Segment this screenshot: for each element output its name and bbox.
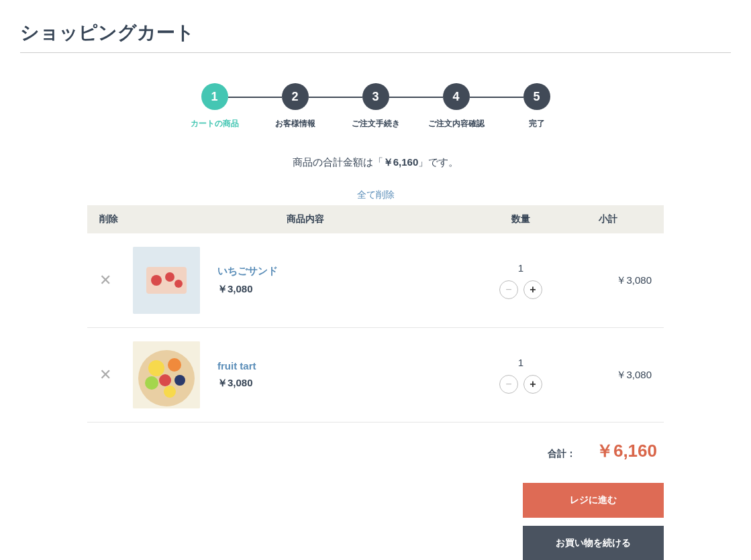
qty-value: 1 — [477, 262, 564, 274]
header-subtotal: 小計 — [564, 213, 652, 225]
product-name-link[interactable]: いちごサンド — [217, 265, 278, 278]
product-info: いちごサンド ￥3,080 — [217, 265, 278, 296]
qty-decrease-button[interactable]: − — [499, 280, 518, 299]
qty-cell: 1 − + — [477, 357, 564, 394]
progress-stepper: 1 カートの商品 2 お客様情報 3 ご注文手続き 4 ご注文内容確認 5 完了 — [20, 83, 731, 129]
step-complete: 5 完了 — [497, 83, 577, 129]
svg-point-11 — [145, 376, 158, 390]
svg-point-2 — [151, 275, 162, 286]
product-name-link[interactable]: fruit tart — [217, 360, 256, 372]
step-connector — [470, 97, 523, 98]
subtotal-value: ￥3,080 — [564, 369, 652, 382]
step-number: 2 — [282, 83, 309, 110]
header-product: 商品内容 — [133, 213, 477, 225]
qty-controls: − + — [477, 280, 564, 299]
delete-cell: ✕ — [99, 366, 133, 384]
step-label: お客様情報 — [275, 118, 315, 129]
header-delete: 削除 — [99, 213, 133, 225]
cart-summary-text: 商品の合計金額は「￥6,160」です。 — [20, 156, 731, 169]
summary-total-price: ￥6,160 — [383, 156, 419, 168]
step-label: カートの商品 — [191, 118, 239, 129]
svg-point-12 — [164, 386, 176, 398]
delete-all-link[interactable]: 全て削除 — [87, 189, 664, 201]
page-title: ショッピングカート — [20, 20, 731, 53]
total-label: 合計： — [548, 448, 576, 460]
svg-point-8 — [168, 358, 181, 372]
svg-point-9 — [159, 374, 171, 386]
action-buttons: レジに進む お買い物を続ける — [87, 483, 664, 560]
product-cell: いちごサンド ￥3,080 — [133, 247, 477, 314]
qty-increase-button[interactable]: + — [523, 375, 542, 394]
delete-item-button[interactable]: ✕ — [99, 272, 111, 288]
checkout-button[interactable]: レジに進む — [523, 483, 664, 518]
qty-controls: − + — [477, 375, 564, 394]
step-confirm: 4 ご注文内容確認 — [416, 83, 497, 129]
product-thumbnail[interactable] — [133, 247, 200, 314]
cart-row: ✕ fruit tart ￥3,080 1 − + ￥3,080 — [87, 328, 664, 423]
step-label: ご注文内容確認 — [428, 118, 485, 129]
qty-value: 1 — [477, 357, 564, 368]
total-row: 合計： ￥6,160 — [87, 423, 664, 483]
cart-table: 全て削除 削除 商品内容 数量 小計 ✕ いちごサンド ￥3,080 1 — [87, 189, 664, 560]
step-customer: 2 お客様情報 — [255, 83, 336, 129]
svg-point-10 — [174, 375, 185, 386]
step-connector — [389, 97, 443, 98]
total-price: ￥6,160 — [596, 439, 657, 463]
product-unit-price: ￥3,080 — [217, 283, 278, 296]
product-cell: fruit tart ￥3,080 — [133, 341, 477, 408]
step-label: ご注文手続き — [352, 118, 400, 129]
header-qty: 数量 — [477, 213, 564, 225]
step-number: 1 — [201, 83, 228, 110]
summary-prefix: 商品の合計金額は「 — [293, 156, 383, 168]
step-connector — [309, 97, 362, 98]
qty-decrease-button[interactable]: − — [499, 375, 518, 394]
delete-cell: ✕ — [99, 272, 133, 289]
step-number: 3 — [362, 83, 389, 110]
svg-point-4 — [174, 280, 183, 288]
svg-point-3 — [165, 272, 174, 282]
step-order: 3 ご注文手続き — [336, 83, 416, 129]
product-unit-price: ￥3,080 — [217, 377, 256, 390]
svg-point-7 — [148, 360, 164, 376]
step-number: 4 — [443, 83, 470, 110]
cart-header-row: 削除 商品内容 数量 小計 — [87, 205, 664, 233]
delete-item-button[interactable]: ✕ — [99, 366, 111, 383]
step-number: 5 — [523, 83, 550, 110]
step-label: 完了 — [529, 118, 545, 129]
subtotal-value: ￥3,080 — [564, 274, 652, 287]
step-cart: 1 カートの商品 — [174, 83, 255, 129]
qty-cell: 1 − + — [477, 262, 564, 299]
product-info: fruit tart ￥3,080 — [217, 360, 256, 390]
summary-suffix: 」です。 — [418, 156, 458, 168]
qty-increase-button[interactable]: + — [523, 280, 542, 299]
product-thumbnail[interactable] — [133, 341, 200, 408]
continue-shopping-button[interactable]: お買い物を続ける — [523, 526, 664, 560]
step-connector — [228, 97, 282, 98]
cart-row: ✕ いちごサンド ￥3,080 1 − + ￥3,080 — [87, 233, 664, 328]
